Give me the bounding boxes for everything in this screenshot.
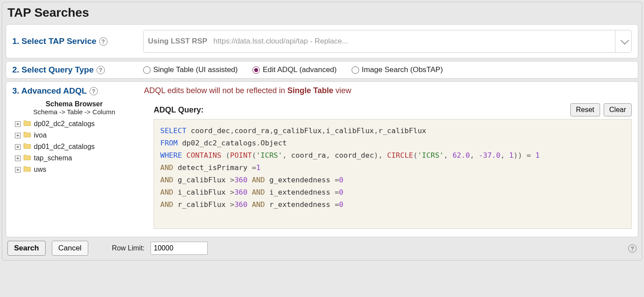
help-icon[interactable]: ?	[99, 37, 108, 46]
cancel-button[interactable]: Cancel	[52, 241, 88, 256]
chevron-down-icon[interactable]	[615, 30, 627, 52]
folder-icon	[23, 154, 31, 162]
adql-query-editor[interactable]: SELECT coord_dec,coord_ra,g_calibFlux,i_…	[154, 119, 632, 229]
radio-icon	[352, 66, 359, 74]
schema-name: tap_schema	[34, 154, 72, 162]
schema-tree-item[interactable]: +dp02_dc2_catalogs	[15, 118, 136, 130]
page-title: TAP Searches	[7, 6, 638, 20]
search-button[interactable]: Search	[7, 241, 46, 256]
schema-tree: +dp02_dc2_catalogs+ivoa+dp01_dc2_catalog…	[15, 118, 136, 175]
schema-browser-title: Schema Browser	[12, 100, 136, 108]
folder-icon	[23, 143, 31, 151]
clear-button[interactable]: Clear	[604, 103, 632, 116]
row-limit-input[interactable]	[151, 242, 208, 255]
schema-tree-item[interactable]: +tap_schema	[15, 152, 136, 164]
schema-tree-item[interactable]: +dp01_dc2_catalogs	[15, 141, 136, 152]
schema-tree-item[interactable]: +uws	[15, 164, 136, 175]
step3-label: 3. Advanced ADQL ?	[12, 86, 136, 96]
expand-icon[interactable]: +	[15, 121, 21, 127]
bottom-bar: Search Cancel Row Limit: ?	[6, 237, 638, 257]
radio-icon	[143, 66, 151, 74]
help-icon[interactable]: ?	[97, 66, 105, 74]
adql-query-label: ADQL Query:	[154, 105, 204, 115]
folder-icon	[23, 166, 31, 174]
step2-section: 2. Select Query Type ? Single Table (UI …	[6, 61, 638, 79]
expand-icon[interactable]: +	[15, 144, 21, 150]
tap-service-url: https://data.lsst.cloud/api/tap - Replac…	[213, 37, 348, 46]
adql-warning: ADQL edits below will not be reflected i…	[144, 86, 632, 95]
schema-name: dp01_dc2_catalogs	[34, 143, 95, 151]
row-limit-label: Row Limit:	[112, 244, 145, 252]
radio-single-table[interactable]: Single Table (UI assisted)	[143, 65, 237, 74]
query-type-radios: Single Table (UI assisted) Edit ADQL (ad…	[143, 65, 443, 74]
tap-service-select[interactable]: Using LSST RSP https://data.lsst.cloud/a…	[143, 30, 632, 53]
radio-icon	[252, 66, 260, 74]
expand-icon[interactable]: +	[15, 156, 21, 161]
expand-icon[interactable]: +	[15, 167, 21, 173]
schema-browser-path: Schema -> Table -> Column	[12, 108, 136, 116]
help-icon[interactable]: ?	[90, 87, 98, 95]
help-icon[interactable]: ?	[628, 244, 637, 253]
tap-search-panel: TAP Searches 1. Select TAP Service ? Usi…	[2, 2, 642, 261]
radio-edit-adql[interactable]: Edit ADQL (advanced)	[252, 65, 337, 74]
step3-section: 3. Advanced ADQL ? Schema Browser Schema…	[6, 81, 638, 237]
schema-name: dp02_dc2_catalogs	[34, 120, 95, 128]
schema-name: ivoa	[34, 131, 47, 139]
step1-label: 1. Select TAP Service ?	[12, 36, 135, 46]
tap-service-name: Using LSST RSP	[148, 37, 207, 46]
schema-tree-item[interactable]: +ivoa	[15, 130, 136, 141]
expand-icon[interactable]: +	[15, 133, 21, 138]
radio-image-search[interactable]: Image Search (ObsTAP)	[352, 65, 443, 74]
step1-section: 1. Select TAP Service ? Using LSST RSP h…	[6, 24, 638, 58]
reset-button[interactable]: Reset	[570, 103, 600, 116]
step2-label: 2. Select Query Type ?	[12, 65, 135, 75]
folder-icon	[23, 131, 31, 139]
folder-icon	[23, 120, 31, 128]
schema-name: uws	[34, 166, 46, 174]
